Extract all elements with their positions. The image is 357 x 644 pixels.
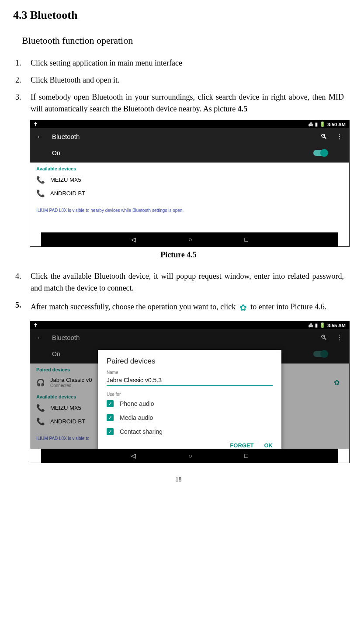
nav-home-icon[interactable]: ○ (188, 236, 192, 243)
step-text: Click the available Bluetooth device, it… (31, 270, 344, 294)
status-bar: ⁂ ▮ 🔋 3:55 AM (30, 322, 349, 329)
section-heading: 4.3 Bluetooth (13, 9, 344, 22)
dialog-title: Paired devices (107, 357, 273, 366)
device-name: MEIZU MX5 (50, 177, 81, 183)
toggle-label: On (52, 149, 60, 156)
app-title: Bluetooth (52, 133, 80, 140)
nav-recent-icon[interactable]: □ (245, 452, 248, 459)
step-4: 4. Click the available Bluetooth device,… (15, 270, 344, 294)
nav-recent-icon[interactable]: □ (245, 236, 248, 243)
bluetooth-toggle-row[interactable]: On (30, 145, 349, 163)
back-icon[interactable]: ← (36, 334, 43, 342)
device-android-bt[interactable]: 📞 ANDROID BT (30, 187, 349, 200)
gear-icon[interactable]: ✿ (334, 378, 340, 387)
step-number: 1. (15, 57, 31, 69)
back-icon[interactable]: ← (36, 133, 43, 141)
bluetooth-icon: ⁂ (308, 121, 313, 127)
device-name-input[interactable] (107, 375, 273, 386)
dialog-name-label: Name (107, 370, 273, 375)
checkbox-icon: ✓ (107, 428, 114, 435)
bluetooth-icon: ⁂ (308, 322, 313, 328)
nav-back-icon[interactable]: ◁ (131, 452, 136, 459)
checkbox-label: Phone audio (120, 400, 154, 407)
app-title: Bluetooth (52, 334, 80, 341)
status-right: ⁂ ▮ 🔋 3:50 AM (308, 121, 346, 127)
battery-icon: 🔋 (319, 121, 326, 127)
status-time: 3:50 AM (327, 122, 346, 127)
nav-bar: ◁ ○ □ (41, 232, 338, 246)
status-right: ⁂ ▮ 🔋 3:55 AM (308, 322, 346, 328)
step-number: 5. (15, 299, 31, 316)
toggle-label: On (52, 350, 60, 357)
status-notification-icon (34, 121, 38, 127)
dialog-use-for-label: Use for (107, 392, 273, 397)
step-text: If somebody open Bluetooth in your surro… (31, 91, 344, 115)
step-3: 3. If somebody open Bluetooth in your su… (15, 91, 344, 115)
visibility-info: ILIUM PAD L8X is visible to nearby devic… (30, 200, 349, 221)
signal-icon: ▮ (315, 322, 318, 328)
checkbox-media-audio[interactable]: ✓ Media audio (107, 411, 273, 425)
checkbox-contact-sharing[interactable]: ✓ Contact sharing (107, 425, 273, 439)
step-text-b: to enter into Picture 4.6. (249, 302, 326, 311)
step-text-bold: 4.5 (238, 104, 248, 113)
search-icon[interactable]: 🔍︎ (320, 133, 327, 141)
step-number: 2. (15, 74, 31, 86)
phone-icon: 📞 (36, 189, 44, 197)
page-number: 18 (13, 476, 344, 483)
sub-heading: Bluetooth function operation (22, 35, 344, 46)
app-bar: ← Bluetooth 🔍︎ ⋮ (30, 128, 349, 145)
forget-button[interactable]: FORGET (230, 442, 253, 449)
overflow-icon[interactable]: ⋮ (336, 132, 343, 141)
checkbox-icon: ✓ (107, 400, 114, 407)
status-bar: ⁂ ▮ 🔋 3:50 AM (30, 121, 349, 128)
step-text: Click Bluetooth and open it. (31, 74, 344, 86)
app-bar: ← Bluetooth 🔍︎ ⋮ (30, 329, 349, 346)
overflow-icon[interactable]: ⋮ (336, 333, 343, 342)
headset-icon: 🎧 (36, 378, 44, 387)
screenshot-paired-dialog: ⁂ ▮ 🔋 3:55 AM ← Bluetooth 🔍︎ ⋮ On Paired… (30, 321, 350, 463)
paired-device-dialog: Paired devices Name Use for ✓ Phone audi… (98, 350, 281, 452)
toggle-switch[interactable] (313, 351, 327, 357)
checkbox-label: Contact sharing (120, 428, 163, 435)
device-name: MEIZU MX5 (50, 405, 81, 411)
status-time: 3:55 AM (327, 323, 346, 328)
step-list-cont: 4. Click the available Bluetooth device,… (13, 270, 344, 316)
checkbox-icon: ✓ (107, 414, 114, 421)
step-text: Click setting application in main menu i… (31, 57, 344, 69)
toggle-switch[interactable] (313, 150, 327, 156)
status-notification-icon (34, 322, 38, 328)
caption-picture-4-5: Picture 4.5 (13, 250, 344, 260)
step-number: 3. (15, 91, 31, 115)
step-number: 4. (15, 270, 31, 294)
screenshot-bluetooth-list: ⁂ ▮ 🔋 3:50 AM ← Bluetooth 🔍︎ ⋮ On Availa… (30, 120, 350, 247)
device-name: ANDROID BT (50, 190, 85, 197)
phone-icon: 📞 (36, 404, 44, 412)
phone-icon: 📞 (36, 417, 44, 426)
device-meizu[interactable]: 📞 MEIZU MX5 (30, 173, 349, 187)
phone-icon: 📞 (36, 176, 44, 184)
step-text-a: After match successfully, choose the ope… (31, 302, 238, 311)
step-2: 2. Click Bluetooth and open it. (15, 74, 344, 86)
device-name: ANDROID BT (50, 418, 85, 425)
battery-icon: 🔋 (319, 322, 326, 328)
nav-home-icon[interactable]: ○ (188, 452, 192, 459)
step-text: After match successfully, choose the ope… (31, 299, 344, 316)
step-1: 1. Click setting application in main men… (15, 57, 344, 69)
nav-back-icon[interactable]: ◁ (131, 236, 136, 243)
available-devices-label: Available devices (30, 163, 349, 173)
step-5: 5. After match successfully, choose the … (15, 299, 344, 316)
step-text-a: If somebody open Bluetooth in your surro… (31, 93, 344, 113)
nav-bar: ◁ ○ □ (41, 449, 338, 463)
ok-button[interactable]: OK (264, 442, 273, 449)
checkbox-label: Media audio (120, 414, 153, 421)
gear-icon: ✿ (239, 299, 247, 316)
search-icon[interactable]: 🔍︎ (320, 334, 327, 342)
step-list: 1. Click setting application in main men… (13, 57, 344, 115)
signal-icon: ▮ (315, 121, 318, 127)
checkbox-phone-audio[interactable]: ✓ Phone audio (107, 397, 273, 411)
